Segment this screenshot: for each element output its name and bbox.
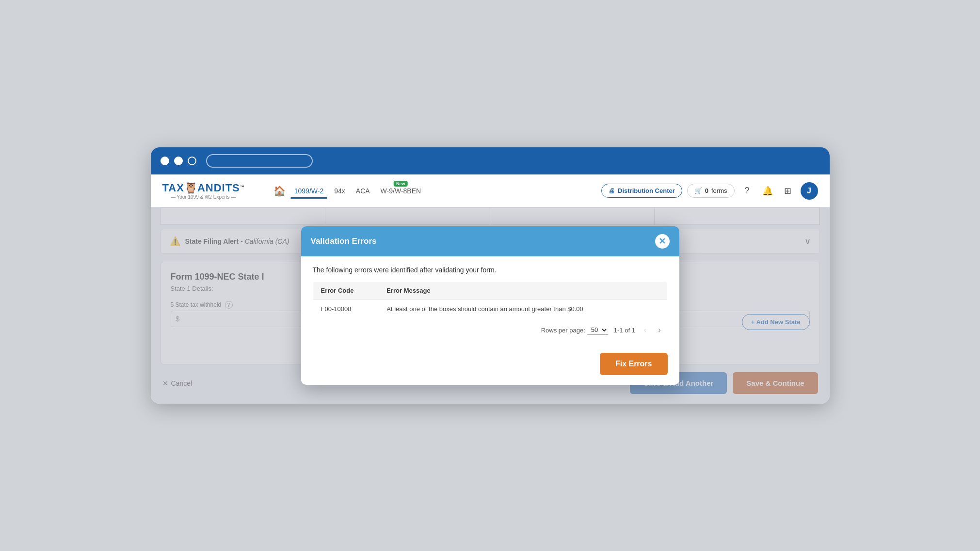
new-badge: New	[394, 181, 408, 187]
modal-close-button[interactable]: ✕	[655, 234, 670, 249]
error-code-header: Error Code	[313, 282, 379, 299]
next-page-button[interactable]: ›	[655, 325, 663, 335]
logo-owl-icon: 🦉	[184, 182, 197, 194]
traffic-light-red[interactable]	[161, 157, 169, 165]
error-code-cell: F00-10008	[313, 299, 379, 319]
modal-description: The following errors were identified aft…	[313, 266, 668, 274]
traffic-light-yellow[interactable]	[174, 157, 183, 165]
logo: TAX🦉ANDITS™ — Your 1099 & W2 Experts —	[162, 182, 244, 200]
nav-links: 🏠 1099/W-2 94x ACA New W-9/W-8BEN	[273, 185, 592, 197]
nav-right: 🖨 Distribution Center 🛒 0 forms ? 🔔 ⊞ J	[601, 182, 818, 200]
error-message-cell: At least one of the boxes should contain…	[379, 299, 667, 319]
grid-button[interactable]: ⊞	[780, 183, 796, 199]
cart-button[interactable]: 🛒 0 forms	[687, 184, 735, 198]
dist-center-label: Distribution Center	[618, 187, 675, 194]
printer-icon: 🖨	[609, 187, 615, 194]
title-bar	[151, 147, 830, 174]
help-button[interactable]: ?	[739, 183, 755, 199]
cart-count: 0	[705, 187, 708, 194]
logo-suffix: ANDITS	[197, 182, 240, 194]
user-avatar[interactable]: J	[801, 182, 818, 200]
nav-link-aca[interactable]: ACA	[352, 185, 374, 197]
cart-label: forms	[711, 187, 727, 194]
rows-per-page: Rows per page: 50	[541, 325, 608, 335]
rows-per-page-label: Rows per page:	[541, 327, 585, 334]
logo-tagline: — Your 1099 & W2 Experts —	[162, 194, 244, 200]
nav-link-94x[interactable]: 94x	[330, 185, 349, 197]
traffic-light-green[interactable]	[188, 157, 196, 165]
distribution-center-button[interactable]: 🖨 Distribution Center	[601, 184, 682, 198]
rows-per-page-select[interactable]: 50	[587, 325, 608, 335]
logo-text: TAX	[162, 182, 184, 194]
nav-w9-wrap: New W-9/W-8BEN	[377, 187, 425, 195]
home-icon[interactable]: 🏠	[273, 185, 286, 197]
outer-frame: TAX🦉ANDITS™ — Your 1099 & W2 Experts — 🏠…	[151, 147, 830, 404]
modal-footer: Fix Errors	[301, 347, 679, 385]
modal-overlay: Validation Errors ✕ The following errors…	[151, 207, 830, 404]
top-nav: TAX🦉ANDITS™ — Your 1099 & W2 Experts — 🏠…	[151, 174, 830, 207]
nav-link-w9[interactable]: W-9/W-8BEN	[377, 185, 425, 197]
fix-errors-button[interactable]: Fix Errors	[600, 353, 668, 375]
app-content: TAX🦉ANDITS™ — Your 1099 & W2 Experts — 🏠…	[151, 174, 830, 404]
notification-button[interactable]: 🔔	[760, 183, 775, 199]
modal-body: The following errors were identified aft…	[301, 256, 679, 347]
logo-tm: ™	[240, 185, 244, 189]
error-table-row: F00-10008 At least one of the boxes shou…	[313, 299, 667, 319]
address-bar[interactable]	[206, 154, 313, 168]
cart-icon: 🛒	[694, 187, 702, 194]
table-footer: Rows per page: 50 1-1 of 1 ‹ ›	[313, 319, 668, 337]
error-message-header: Error Message	[379, 282, 667, 299]
modal-header: Validation Errors ✕	[301, 226, 679, 256]
validation-errors-modal: Validation Errors ✕ The following errors…	[301, 226, 679, 385]
page-body: ⚠️ State Filing Alert - California (CA) …	[151, 207, 830, 404]
error-table-header-row: Error Code Error Message	[313, 282, 667, 299]
prev-page-button[interactable]: ‹	[641, 325, 649, 335]
pagination-info: 1-1 of 1	[614, 327, 635, 334]
error-table: Error Code Error Message F00-10008 At le…	[313, 282, 668, 319]
nav-link-1099[interactable]: 1099/W-2	[290, 185, 327, 197]
modal-title: Validation Errors	[311, 236, 377, 246]
error-table-body: F00-10008 At least one of the boxes shou…	[313, 299, 667, 319]
